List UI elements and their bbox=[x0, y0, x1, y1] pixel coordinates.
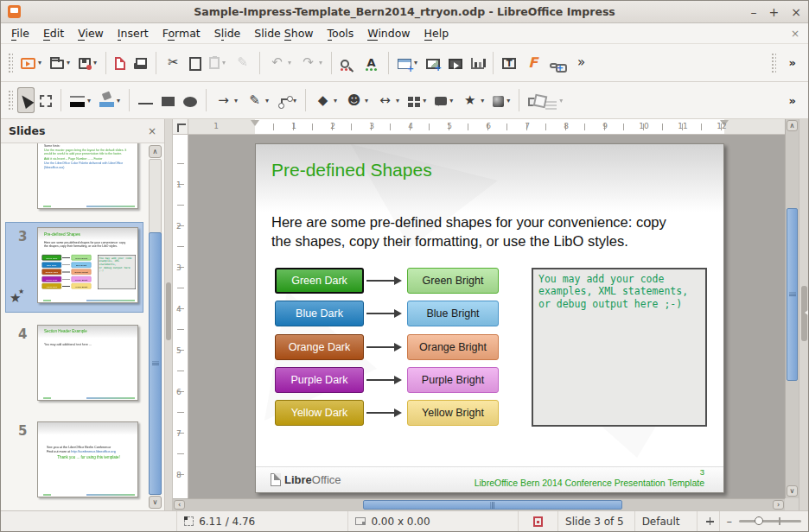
lines-and-arrows-button[interactable]: →▾ bbox=[212, 87, 241, 113]
insert-textbox-button[interactable]: T bbox=[499, 50, 519, 76]
rotate-button[interactable] bbox=[525, 87, 540, 113]
close-button[interactable]: × bbox=[791, 2, 801, 22]
new-presentation-button[interactable]: ▾ bbox=[17, 50, 45, 76]
insert-line-button[interactable] bbox=[135, 87, 156, 113]
toolbar-more-button[interactable]: » bbox=[780, 50, 805, 76]
scroll-right-icon[interactable]: › bbox=[773, 500, 784, 510]
spelling-button[interactable]: A bbox=[360, 50, 383, 76]
dropdown-caret-icon[interactable]: ▾ bbox=[506, 97, 510, 104]
dropdown-caret-icon[interactable]: ▾ bbox=[265, 97, 269, 104]
scroll-up-icon[interactable]: ∧ bbox=[787, 120, 798, 131]
curves-and-polygons-button[interactable]: ✎▾ bbox=[243, 87, 272, 113]
slide-thumbnail-4[interactable]: Section Header ExampleYou may add additi… bbox=[37, 325, 138, 401]
splitter-handle[interactable] bbox=[166, 282, 171, 340]
open-button[interactable]: ▾ bbox=[47, 50, 73, 76]
scroll-left-icon[interactable]: ‹ bbox=[174, 500, 185, 510]
shape-purple-dark[interactable]: Purple Dark bbox=[275, 367, 364, 393]
panel-scroll-up-icon[interactable]: ∧ bbox=[149, 145, 162, 158]
symbol-shapes-button[interactable]: ☻▾ bbox=[342, 87, 372, 113]
block-arrows-button[interactable]: ↔▾ bbox=[373, 87, 403, 113]
insert-table-button[interactable]: ▾ bbox=[394, 50, 421, 76]
slide-info-cell[interactable]: Slide 3 of 5 bbox=[558, 511, 635, 531]
menu-file[interactable]: File bbox=[4, 24, 36, 42]
panel-splitter[interactable] bbox=[165, 119, 173, 510]
shape-yellow-dark[interactable]: Yellow Dark bbox=[275, 400, 364, 426]
marquee-zoom-button[interactable] bbox=[36, 87, 55, 113]
shape-green-bright[interactable]: Green Bright bbox=[407, 268, 499, 294]
toolbar-grip[interactable] bbox=[7, 89, 13, 111]
print-button[interactable] bbox=[131, 50, 150, 76]
panel-scroll-down-icon[interactable]: ∨ bbox=[149, 496, 162, 509]
dropdown-caret-icon[interactable]: ▾ bbox=[87, 97, 91, 104]
dropdown-caret-icon[interactable]: ▾ bbox=[414, 59, 417, 66]
dropdown-caret-icon[interactable]: ▾ bbox=[423, 97, 426, 104]
dropdown-caret-icon[interactable]: ▾ bbox=[365, 97, 368, 104]
shape-orange-bright[interactable]: Orange Bright bbox=[407, 334, 499, 360]
connector-arrow[interactable] bbox=[366, 313, 399, 314]
insert-hyperlink-button[interactable] bbox=[546, 50, 568, 76]
minimize-button[interactable]: – bbox=[751, 2, 757, 22]
vertical-scrollbar[interactable]: ∧ ∨ bbox=[785, 119, 799, 510]
code-example-box[interactable]: You may add your codeexamples, XML state… bbox=[532, 268, 707, 427]
find-replace-button[interactable] bbox=[337, 50, 358, 76]
menu-tools[interactable]: Tools bbox=[321, 24, 361, 42]
connector-arrow[interactable] bbox=[366, 379, 399, 381]
copy-button[interactable] bbox=[187, 50, 204, 76]
rectangle-button[interactable] bbox=[158, 87, 178, 113]
fontwork-button[interactable]: F bbox=[521, 50, 545, 76]
document-modified-cell[interactable] bbox=[519, 511, 558, 531]
vertical-scrollbar-thumb[interactable] bbox=[787, 208, 798, 381]
connector-arrow[interactable] bbox=[366, 412, 399, 414]
dropdown-caret-icon[interactable]: ▾ bbox=[481, 97, 484, 104]
sidebar-toggle-handle[interactable] bbox=[801, 286, 807, 341]
slide-thumbnail-5[interactable]: See you at the LibreOffice Berlin Confer… bbox=[37, 421, 138, 497]
horizontal-scrollbar[interactable]: ‹ › bbox=[173, 498, 785, 510]
insert-media-button[interactable] bbox=[445, 50, 466, 76]
dropdown-caret-icon[interactable]: ▾ bbox=[334, 97, 337, 104]
export-pdf-button[interactable] bbox=[111, 50, 129, 76]
save-button[interactable]: ▾ bbox=[75, 50, 100, 76]
vertical-ruler[interactable]: 12345678 bbox=[173, 135, 188, 498]
connector-arrow[interactable] bbox=[366, 280, 399, 282]
slide-body-text[interactable]: Here are some pre-defined shapes for you… bbox=[271, 213, 717, 251]
zoom-slider-track[interactable] bbox=[739, 520, 801, 522]
dropdown-caret-icon[interactable]: ▾ bbox=[67, 59, 70, 66]
horizontal-scrollbar-thumb[interactable] bbox=[363, 500, 622, 510]
shape-yellow-bright[interactable]: Yellow Bright bbox=[407, 400, 499, 426]
slides-panel-close-icon[interactable]: × bbox=[148, 125, 156, 137]
cursor-position-cell[interactable]: 6.11 / 4.76 bbox=[177, 511, 348, 531]
slide-style-cell[interactable]: Default bbox=[635, 511, 698, 531]
basic-shapes-button[interactable]: ◆▾ bbox=[311, 87, 341, 113]
fit-slide-cell[interactable] bbox=[698, 511, 720, 531]
toolbar-overflow-button[interactable]: » bbox=[570, 50, 593, 76]
connectors-button[interactable]: ▾ bbox=[274, 87, 300, 113]
line-style-button[interactable]: ▾ bbox=[67, 87, 94, 113]
toolbar-grip[interactable] bbox=[7, 52, 13, 74]
menu-edit[interactable]: Edit bbox=[36, 24, 71, 42]
shape-purple-bright[interactable]: Purple Bright bbox=[407, 367, 499, 393]
ellipse-button[interactable] bbox=[180, 87, 201, 113]
zoom-out-icon[interactable]: – bbox=[727, 515, 733, 528]
3d-objects-button[interactable]: ▾ bbox=[489, 87, 513, 113]
dropdown-caret-icon[interactable]: ▾ bbox=[38, 59, 41, 66]
insert-chart-button[interactable] bbox=[468, 50, 487, 76]
slide-thumbnail-3[interactable]: Pre-defined ShapesHere are some pre-defi… bbox=[37, 227, 138, 303]
dropdown-caret-icon[interactable]: ▾ bbox=[234, 97, 238, 104]
indent-marker-left[interactable] bbox=[251, 120, 259, 126]
insert-image-button[interactable] bbox=[423, 50, 443, 76]
shape-blue-bright[interactable]: Blue Bright bbox=[407, 301, 499, 326]
flowchart-shapes-button[interactable]: ▾ bbox=[404, 87, 430, 113]
star-shapes-button[interactable]: ★▾ bbox=[458, 87, 487, 113]
fill-color-button[interactable]: ▾ bbox=[96, 87, 124, 113]
menu-slide[interactable]: Slide bbox=[207, 24, 248, 42]
cut-button[interactable]: ✂ bbox=[162, 50, 185, 76]
dropdown-caret-icon[interactable]: ▾ bbox=[93, 59, 97, 66]
dropdown-caret-icon[interactable]: ▾ bbox=[319, 59, 322, 66]
sidebar-toggle-strip[interactable] bbox=[799, 119, 808, 510]
toolbar-grip[interactable] bbox=[770, 52, 776, 74]
menu-help[interactable]: Help bbox=[417, 24, 456, 42]
menu-view[interactable]: View bbox=[71, 24, 111, 42]
horizontal-ruler[interactable]: 1123456789101112 bbox=[188, 119, 785, 135]
panel-scrollbar-thumb[interactable] bbox=[149, 232, 162, 495]
menu-insert[interactable]: Insert bbox=[111, 24, 156, 42]
